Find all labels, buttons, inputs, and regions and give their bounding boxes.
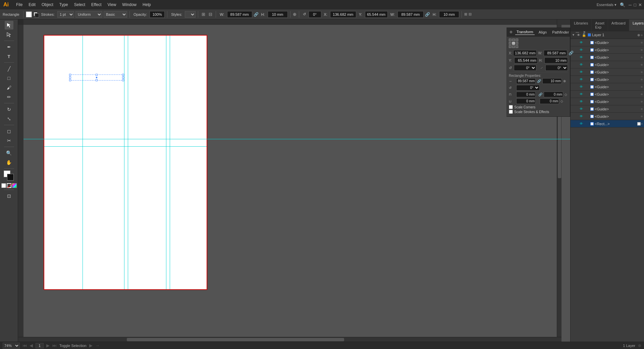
corner-r3-input[interactable]: [516, 98, 536, 104]
list-item[interactable]: 👁 <Guide> ○: [571, 91, 644, 98]
handle-bm[interactable]: [96, 79, 98, 81]
zoom-tool[interactable]: 🔍: [5, 149, 13, 157]
minimize-button[interactable]: ─: [629, 2, 632, 7]
rh-extra-icon[interactable]: ⊕: [563, 79, 566, 83]
rotate-input[interactable]: [309, 11, 321, 18]
list-item-selected[interactable]: 👁 <Rect...> ○: [571, 120, 644, 128]
list-item[interactable]: 👁 <Guide> ○: [571, 113, 644, 120]
item-circle-icon[interactable]: ○: [641, 41, 643, 44]
tab-layers[interactable]: Layers: [629, 19, 644, 31]
rh-input[interactable]: [542, 78, 562, 84]
page-input[interactable]: [36, 343, 44, 348]
tp-tab-pathfinder[interactable]: Pathfinder: [551, 30, 570, 35]
type-tool[interactable]: T: [5, 52, 13, 61]
menu-view[interactable]: View: [105, 2, 119, 8]
corner-r2-extra-icon[interactable]: ◇: [560, 99, 563, 103]
layer-expand-icon[interactable]: ▼: [572, 33, 576, 37]
corner-angle-select[interactable]: 0°: [516, 85, 540, 91]
working-area[interactable]: [23, 25, 570, 342]
transform-controls-icon[interactable]: ⊞: [464, 12, 467, 16]
direct-selection-tool[interactable]: [5, 30, 13, 39]
fill-mode-icon[interactable]: [1, 183, 6, 188]
handle-ml[interactable]: [69, 77, 71, 79]
tp-minimize-icon[interactable]: —: [576, 30, 579, 34]
eraser-tool[interactable]: ◻: [5, 127, 13, 136]
list-item[interactable]: 👁 <Guide> ○: [571, 68, 644, 76]
w-input[interactable]: [544, 50, 567, 56]
x-coord-input[interactable]: [330, 11, 356, 18]
selection-tool[interactable]: [5, 21, 13, 30]
search-icon[interactable]: 🔍: [620, 2, 625, 7]
layer-options-icon[interactable]: ⊕: [637, 33, 640, 37]
corner-r1-input[interactable]: [516, 92, 536, 97]
list-item[interactable]: 👁 <Guide> ○: [571, 105, 644, 113]
pen-tool[interactable]: ✒: [5, 43, 13, 51]
corner-r1-extra-icon[interactable]: ◇: [565, 93, 567, 96]
menu-window[interactable]: Window: [119, 2, 139, 8]
play-icon[interactable]: ▶: [89, 343, 93, 348]
stroke-type-select[interactable]: Uniform: [75, 11, 102, 18]
handle-bl[interactable]: [69, 79, 71, 81]
nav-first-icon[interactable]: ⏮: [22, 343, 27, 348]
reference-point-selector[interactable]: [509, 39, 518, 48]
menu-file[interactable]: File: [13, 2, 25, 8]
list-item[interactable]: 👁 <Guide> ○: [571, 61, 644, 68]
list-item[interactable]: 👁 <Guide> ○: [571, 83, 644, 91]
tp-tab-transform[interactable]: Transform: [515, 29, 535, 35]
nav-next-icon[interactable]: ▶: [46, 343, 50, 348]
handle-br[interactable]: [122, 79, 124, 81]
grid-icon[interactable]: ⊞: [201, 12, 206, 17]
rw-input[interactable]: [516, 78, 536, 84]
stroke-width-select[interactable]: 1 pt: [57, 11, 74, 18]
list-item[interactable]: 👁 <Guide> ○: [571, 54, 644, 61]
menu-help[interactable]: Help: [140, 2, 154, 8]
hand-tool[interactable]: ✋: [5, 158, 13, 167]
link-wh-panel-icon[interactable]: 🔗: [569, 51, 574, 55]
selected-rectangle[interactable]: [70, 74, 123, 81]
link-wh-icon[interactable]: 🔗: [254, 12, 259, 17]
list-item[interactable]: 👁 <Guide> ○: [571, 46, 644, 54]
tab-asset-exp[interactable]: Asset Exp: [592, 19, 608, 31]
list-item[interactable]: 👁 <Guide> ○: [571, 76, 644, 83]
no-fill-icon[interactable]: [7, 183, 11, 188]
rotate-select[interactable]: 0°: [514, 65, 536, 71]
height-input[interactable]: [268, 11, 288, 18]
distribute-icon[interactable]: ⊟: [208, 12, 213, 17]
corner-r2-input[interactable]: [544, 92, 563, 97]
arrow-right-icon[interactable]: →: [95, 343, 100, 348]
tab-libraries[interactable]: Libraries: [571, 19, 592, 31]
gradient-icon[interactable]: [12, 183, 17, 188]
rect-tool[interactable]: □: [5, 74, 13, 83]
maximize-button[interactable]: □: [634, 2, 636, 7]
scale-tool[interactable]: ⤡: [5, 114, 13, 123]
tp-tab-align[interactable]: Align: [537, 30, 548, 35]
scissors-tool[interactable]: ✂: [5, 136, 13, 145]
y-coord-input[interactable]: [365, 11, 388, 18]
item-lock-icon[interactable]: [584, 40, 589, 45]
close-button[interactable]: ✕: [638, 2, 642, 7]
more-options-icon[interactable]: ⊟: [469, 12, 472, 16]
stroke-swatch[interactable]: [33, 12, 39, 17]
menu-select[interactable]: Select: [71, 2, 88, 8]
link-rw-rh-icon[interactable]: 🔗: [537, 79, 541, 83]
layer-circle-icon[interactable]: ○: [641, 33, 643, 37]
horizontal-scrollbar[interactable]: [18, 337, 561, 342]
nav-prev-icon[interactable]: ◀: [30, 343, 33, 348]
shear-select[interactable]: 0°: [545, 65, 568, 71]
handle-tm[interactable]: [96, 74, 98, 76]
align-icon[interactable]: ⊕: [293, 12, 297, 17]
line-tool[interactable]: ╱: [5, 64, 13, 73]
profile-select[interactable]: Basic: [104, 11, 127, 18]
menu-effect[interactable]: Effect: [89, 2, 104, 8]
list-item[interactable]: 👁 <Guide> ○: [571, 39, 644, 46]
tp-close-icon[interactable]: ✕: [583, 30, 586, 34]
handle-tl[interactable]: [69, 74, 71, 76]
x-input[interactable]: [513, 50, 537, 56]
corner-r4-input[interactable]: [540, 98, 559, 104]
list-item[interactable]: 👁 <Guide> ○: [571, 98, 644, 105]
artboard-tool[interactable]: ⊡: [5, 192, 13, 200]
scale-strokes-checkbox[interactable]: [509, 110, 513, 114]
tab-artboard[interactable]: Artboard: [608, 19, 629, 31]
tp-gear-icon[interactable]: ⚙: [509, 30, 513, 34]
w2-input[interactable]: [397, 11, 424, 18]
